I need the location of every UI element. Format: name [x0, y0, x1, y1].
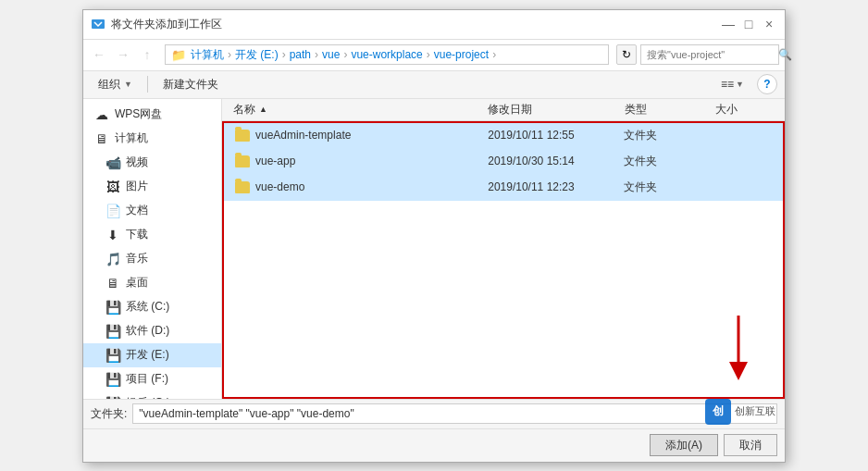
- maximize-button[interactable]: □: [740, 16, 757, 32]
- sidebar-item-download-label: 下载: [126, 227, 148, 242]
- video-icon: 📹: [105, 155, 120, 170]
- file-row-2-date: 2019/10/30 15:14: [480, 155, 616, 167]
- help-button[interactable]: ?: [757, 74, 777, 94]
- col-header-type[interactable]: 类型: [617, 102, 708, 118]
- sidebar-item-desktop-label: 桌面: [126, 275, 148, 291]
- file-row-2-name: vue-app: [228, 155, 480, 167]
- breadcrumb-item-vue[interactable]: vue: [322, 48, 340, 61]
- watermark-text: 创新互联: [735, 404, 775, 418]
- breadcrumb-item-path[interactable]: path: [290, 48, 311, 61]
- file-list-area: 名称 ▲ 修改日期 类型 大小 vueAdmin-templ: [222, 99, 785, 399]
- sidebar-item-document-label: 文档: [126, 203, 148, 218]
- file-row-3-name: vue-demo: [228, 180, 480, 193]
- dialog-window: 将文件夹添加到工作区 — □ × ← → ↑ 📁 计算机 › 开发 (E:) ›…: [82, 9, 786, 463]
- filename-label: 文件夹:: [91, 406, 127, 422]
- drive-e-icon: 💾: [105, 348, 120, 363]
- bottom-bar: 文件夹:: [83, 399, 785, 428]
- folder-icon-1: [235, 130, 250, 142]
- sidebar-item-projf-label: 项目 (F:): [126, 371, 168, 387]
- file-row-2-type: 文件夹: [616, 154, 707, 169]
- svg-marker-2: [729, 362, 748, 380]
- sidebar-item-music-label: 音乐: [126, 251, 148, 266]
- sidebar-item-video[interactable]: 📹 视频: [83, 151, 221, 175]
- col-header-date[interactable]: 修改日期: [480, 102, 617, 118]
- col-header-name[interactable]: 名称 ▲: [226, 102, 480, 118]
- back-button[interactable]: ←: [89, 44, 109, 65]
- sidebar-item-sysc[interactable]: 💾 系统 (C:): [83, 295, 221, 319]
- folder-icon-2: [235, 155, 250, 167]
- sidebar-item-wps[interactable]: ☁ WPS网盘: [83, 103, 221, 127]
- download-icon: ⬇: [105, 228, 120, 242]
- view-toggle-button[interactable]: ≡≡ ▼: [715, 74, 750, 94]
- drive-f-icon: 💾: [105, 372, 120, 387]
- file-list: vueAdmin-template 2019/10/11 12:55 文件夹 v…: [222, 121, 785, 399]
- app-icon: [91, 17, 105, 31]
- file-list-header: 名称 ▲ 修改日期 类型 大小: [222, 99, 785, 121]
- search-input[interactable]: [647, 49, 775, 60]
- organize-button[interactable]: 组织 ▼: [91, 74, 140, 94]
- sidebar-item-document[interactable]: 📄 文档: [83, 199, 221, 223]
- breadcrumb-item-project[interactable]: vue-project: [434, 48, 489, 61]
- refresh-button[interactable]: ↻: [616, 44, 637, 65]
- red-arrow: [701, 311, 748, 388]
- cloud-icon: ☁: [94, 107, 109, 122]
- add-button[interactable]: 添加(A): [650, 434, 718, 456]
- close-button[interactable]: ×: [761, 16, 777, 32]
- dialog-title: 将文件夹添加到工作区: [111, 17, 222, 32]
- sidebar-item-deve[interactable]: 💾 开发 (E:): [83, 343, 221, 367]
- new-folder-button[interactable]: 新建文件夹: [155, 74, 226, 94]
- computer-icon: 🖥: [94, 131, 109, 146]
- sidebar-item-image-label: 图片: [126, 179, 148, 194]
- col-header-size[interactable]: 大小: [708, 102, 781, 118]
- minimize-button[interactable]: —: [720, 16, 737, 32]
- sidebar-item-softd[interactable]: 💾 软件 (D:): [83, 319, 221, 343]
- sidebar-item-desktop[interactable]: 🖥 桌面: [83, 271, 221, 295]
- file-row-1-type: 文件夹: [616, 128, 707, 143]
- sidebar-item-projf[interactable]: 💾 项目 (F:): [83, 367, 221, 391]
- title-bar: 将文件夹添加到工作区 — □ ×: [83, 10, 785, 40]
- sidebar-item-computer[interactable]: 🖥 计算机: [83, 127, 221, 151]
- file-row-1[interactable]: vueAdmin-template 2019/10/11 12:55 文件夹: [224, 123, 783, 149]
- sidebar-item-computer-label: 计算机: [115, 130, 148, 146]
- document-icon: 📄: [105, 204, 120, 218]
- search-button[interactable]: 🔍: [778, 46, 792, 63]
- cancel-button[interactable]: 取消: [724, 434, 777, 456]
- folder-icon-3: [235, 181, 250, 193]
- main-content: ☁ WPS网盘 🖥 计算机 📹 视频 🖼 图片 📄 文档 ⬇ 下载: [83, 99, 785, 399]
- breadcrumb-item-workplace[interactable]: vue-workplace: [351, 48, 422, 61]
- music-icon: 🎵: [105, 252, 120, 266]
- sidebar-item-deve-label: 开发 (E:): [126, 347, 169, 363]
- file-row-3[interactable]: vue-demo 2019/10/11 12:23 文件夹: [224, 175, 783, 201]
- svg-rect-0: [92, 19, 105, 29]
- action-bar: 添加(A) 取消: [83, 428, 785, 462]
- toolbar-separator: [147, 76, 148, 93]
- breadcrumb: 📁 计算机 › 开发 (E:) › path › vue › vue-workp…: [165, 44, 609, 65]
- up-button[interactable]: ↑: [137, 44, 157, 65]
- search-box: 🔍: [640, 44, 779, 65]
- file-row-3-date: 2019/10/11 12:23: [480, 180, 616, 193]
- file-row-3-type: 文件夹: [616, 180, 707, 195]
- view-dropdown-arrow: ▼: [736, 80, 744, 89]
- breadcrumb-item-dev[interactable]: 开发 (E:): [235, 47, 279, 63]
- sidebar-item-softd-label: 软件 (D:): [126, 323, 169, 339]
- file-row-1-date: 2019/10/11 12:55: [480, 129, 616, 142]
- breadcrumb-item-computer[interactable]: 计算机: [191, 47, 224, 63]
- drive-c-icon: 💾: [105, 300, 120, 315]
- file-row-1-name: vueAdmin-template: [228, 129, 480, 142]
- sort-arrow-name: ▲: [259, 105, 267, 114]
- sidebar-item-image[interactable]: 🖼 图片: [83, 175, 221, 199]
- sidebar-item-wps-label: WPS网盘: [115, 106, 162, 122]
- drive-d-icon: 💾: [105, 324, 120, 339]
- forward-button[interactable]: →: [113, 44, 133, 65]
- file-row-2[interactable]: vue-app 2019/10/30 15:14 文件夹: [224, 149, 783, 175]
- sidebar-item-sysc-label: 系统 (C:): [126, 299, 169, 315]
- sidebar-item-entg[interactable]: 💾 娱乐 (G:): [83, 391, 221, 399]
- sidebar-item-download[interactable]: ⬇ 下载: [83, 223, 221, 247]
- window-controls: — □ ×: [720, 16, 777, 32]
- sidebar-item-music[interactable]: 🎵 音乐: [83, 247, 221, 271]
- filename-input[interactable]: [132, 403, 777, 424]
- folder-icon: 📁: [171, 48, 186, 62]
- nav-toolbar: ← → ↑ 📁 计算机 › 开发 (E:) › path › vue › vue…: [83, 40, 785, 71]
- watermark-logo: 创: [705, 399, 731, 425]
- watermark: 创 创新互联: [705, 399, 775, 425]
